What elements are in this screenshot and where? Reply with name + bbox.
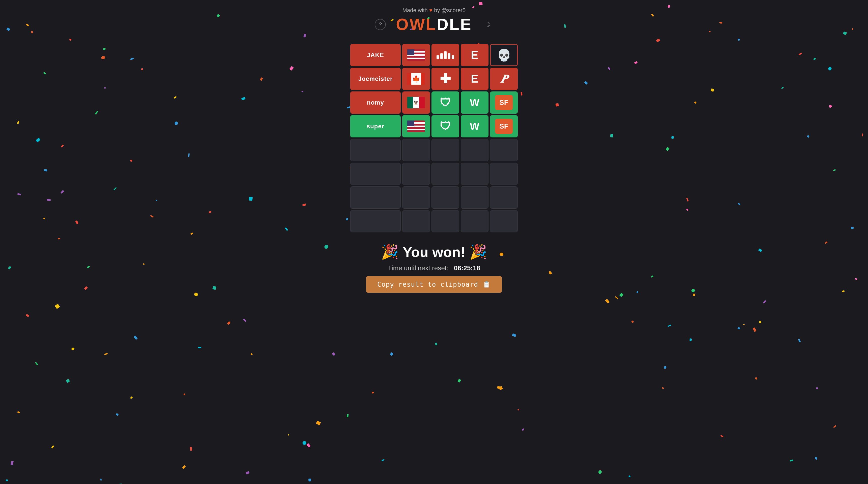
player-name-super: super <box>350 115 401 137</box>
nomy-flag-cell: 🦅 <box>402 91 430 114</box>
grid-row-1: JAKE <box>350 44 518 66</box>
empty-name-6 <box>350 163 401 185</box>
game-grid: JAKE <box>350 44 518 232</box>
us-flag-wrapper-2 <box>407 120 425 132</box>
us-stripe <box>407 59 425 61</box>
help-button[interactable]: ? <box>375 19 386 30</box>
joemeister-role-cell: ✚ <box>432 68 459 90</box>
empty-name-8 <box>350 210 401 232</box>
grid-row-7 <box>350 187 518 209</box>
sf-team-icon-2: SF <box>495 119 513 134</box>
nomy-division-cell: W <box>461 91 489 114</box>
team-p-icon: 𝑷 <box>501 73 507 85</box>
joemeister-division-cell: E <box>461 68 489 90</box>
win-message: 🎉 You won! 🎉 <box>381 244 487 260</box>
skull-icon: 💀 <box>497 48 511 62</box>
logo: OWLDLE <box>396 15 472 34</box>
nomy-team-cell: SF <box>490 91 518 114</box>
grid-row-5 <box>350 139 518 161</box>
win-section: 🎉 You won! 🎉 Time until next reset: 06:2… <box>366 244 502 293</box>
empty-cell <box>402 210 430 232</box>
empty-cell <box>461 139 489 161</box>
question-icon: ? <box>379 21 382 28</box>
you-won-text: You won! <box>403 244 465 260</box>
bar <box>448 53 451 59</box>
grid-row-8 <box>350 210 518 232</box>
player-name-nomy: nomy <box>350 91 401 114</box>
maple-leaf-icon: 🍁 <box>412 75 420 83</box>
grid-row-2: Joemeister 🍁 ✚ E 𝑷 <box>350 68 518 90</box>
grid-row-6 <box>350 163 518 185</box>
empty-cell <box>490 187 518 209</box>
w-letter-2: W <box>470 121 479 132</box>
ca-stripe-right <box>421 73 425 85</box>
empty-cell <box>432 163 459 185</box>
ca-flag: 🍁 <box>407 73 425 85</box>
joemeister-flag-cell: 🍁 <box>402 68 430 90</box>
us-stripe <box>407 127 425 129</box>
super-flag-cell <box>402 115 430 137</box>
division-letter: E <box>471 73 478 85</box>
empty-cell <box>461 163 489 185</box>
timer-row: Time until next reset: 06:25:18 <box>388 264 480 272</box>
mx-flag: 🦅 <box>407 97 425 108</box>
plus-icon: ✚ <box>440 71 451 86</box>
author-label: by @scorer5 <box>434 7 466 13</box>
jake-team-cell: 💀 <box>490 44 518 66</box>
timer-label: Time until next reset: <box>388 264 448 272</box>
super-division-cell: W <box>461 115 489 137</box>
logo-row: ? OWLDLE ☽ <box>375 15 493 34</box>
jake-role-cell <box>432 44 459 66</box>
empty-cell <box>490 163 518 185</box>
super-role-cell: 🛡 <box>432 115 459 137</box>
empty-cell <box>432 187 459 209</box>
jake-flag-cell <box>402 44 430 66</box>
jake-division-cell: E <box>461 44 489 66</box>
logo-owl: OWL <box>396 16 436 34</box>
role-bars <box>436 51 454 59</box>
party-right-icon: 🎉 <box>469 244 487 260</box>
bar <box>440 53 443 59</box>
made-with-text: Made with ♥ by @scorer5 <box>402 7 466 13</box>
ca-stripe-left <box>407 73 411 85</box>
us-stripe <box>407 129 425 131</box>
player-name-jake: JAKE <box>350 44 401 66</box>
empty-cell <box>490 139 518 161</box>
bar <box>444 51 446 59</box>
grid-row-3: nomy 🦅 🛡 W SF <box>350 91 518 114</box>
mx-stripe-green <box>407 97 413 108</box>
party-left-icon: 🎉 <box>381 244 399 260</box>
us-stripe <box>407 58 425 59</box>
us-stripe <box>407 56 425 58</box>
player-name-joemeister: Joemeister <box>350 68 401 90</box>
grid-row-4: super 🛡 <box>350 115 518 137</box>
us-canton-2 <box>407 120 414 126</box>
us-stripe <box>407 130 425 132</box>
joemeister-team-cell: 𝑷 <box>490 68 518 90</box>
header: Made with ♥ by @scorer5 ? OWLDLE ☽ <box>0 0 868 34</box>
empty-cell <box>432 139 459 161</box>
us-canton <box>407 49 414 55</box>
us-flag-wrapper <box>407 49 425 61</box>
dark-mode-button[interactable]: ☽ <box>482 19 493 30</box>
empty-cell <box>402 163 430 185</box>
logo-dle: DLE <box>437 16 472 34</box>
empty-name-7 <box>350 187 401 209</box>
timer-value: 06:25:18 <box>454 264 480 272</box>
empty-cell <box>461 210 489 232</box>
empty-cell <box>432 210 459 232</box>
w-letter: W <box>470 97 479 108</box>
shield-icon-2: 🛡 <box>440 120 451 133</box>
empty-cell <box>402 187 430 209</box>
bar <box>436 55 439 59</box>
super-team-cell: SF <box>490 115 518 137</box>
bar <box>452 55 454 59</box>
shield-icon: 🛡 <box>440 96 451 109</box>
copy-to-clipboard-button[interactable]: Copy result to clipboard 📋 <box>366 276 502 293</box>
moon-icon-glyph: ☽ <box>485 21 491 29</box>
mx-stripe-white: 🦅 <box>413 97 419 108</box>
heart-icon: ♥ <box>429 7 433 13</box>
nomy-role-cell: 🛡 <box>432 91 459 114</box>
sf-team-icon: SF <box>495 95 513 110</box>
made-with-label: Made with <box>402 7 428 13</box>
